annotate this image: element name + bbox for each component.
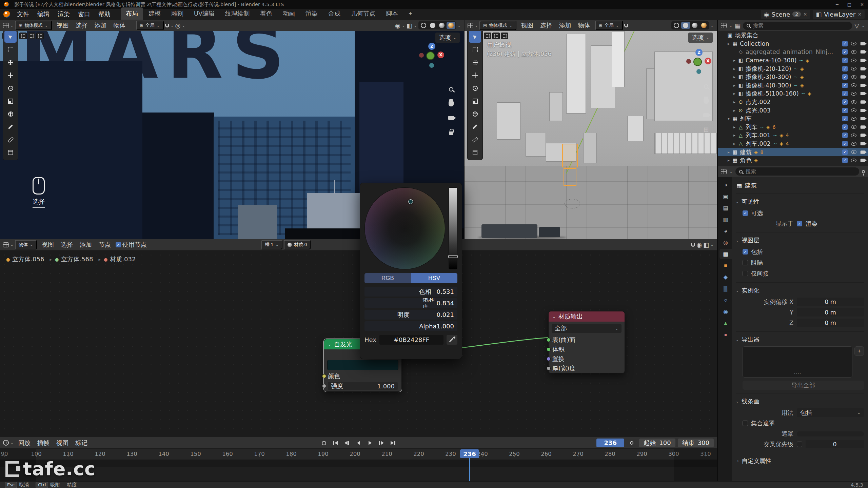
menu-item[interactable]: 帮助 (94, 8, 115, 20)
axis-x-handle[interactable]: X (705, 58, 711, 64)
select-mode-subtract[interactable] (484, 33, 491, 39)
shading-solid[interactable] (681, 22, 690, 29)
menu-item[interactable]: 编辑 (33, 8, 54, 20)
expander-icon[interactable]: ▾ (726, 116, 731, 121)
expander-icon[interactable]: ▸ (732, 75, 737, 79)
orientation-dropdown[interactable]: ⊕全局⌄ (136, 21, 164, 30)
play-button[interactable] (365, 439, 375, 447)
viewport-options-dropdown[interactable]: 选项⌄ (435, 33, 460, 43)
selectable-toggle[interactable]: ✓ (842, 124, 848, 130)
outliner-row[interactable]: ▸ ⊙ 点光.002 ✓ (718, 98, 868, 106)
material-output-node[interactable]: ⌄材质输出 全部⌄ 表(曲)面 体积 (548, 311, 625, 373)
transform-tool[interactable] (469, 108, 481, 120)
shader-menu-item[interactable]: 添加 (76, 240, 95, 250)
material-tab[interactable]: ● (719, 329, 732, 340)
zoom-icon[interactable] (702, 82, 711, 91)
shading-material[interactable] (437, 22, 446, 29)
selected-object-outline[interactable] (562, 144, 578, 167)
section-header[interactable]: ⌄线条画 (736, 396, 864, 407)
world-tab[interactable]: ◎ (719, 237, 732, 248)
breadcrumb-item[interactable]: ● 材质.032 ▸ (104, 255, 136, 263)
color-slider[interactable]: 色相 0.531 (364, 287, 457, 297)
selectable-toggle[interactable]: ✓ (842, 141, 848, 146)
selectable-toggle[interactable]: ✓ (842, 49, 848, 55)
select-region-tool[interactable] (4, 43, 17, 56)
render-tab[interactable]: ▣ (719, 191, 732, 202)
viewport-menu-item[interactable]: 视图 (53, 20, 72, 30)
outliner-row[interactable]: ▸ ▦ 角色 ◈ ✓ (718, 156, 868, 165)
outliner-row[interactable]: ▸ ▦ 建筑 ◈ 8 ✓ (718, 148, 868, 156)
measure-tool[interactable] (4, 134, 17, 146)
snap-magnet-icon[interactable] (165, 24, 169, 27)
scene-tab[interactable]: ◕ (719, 226, 732, 236)
playhead-frame-badge[interactable]: 236 (460, 449, 479, 458)
viewlayer-selector[interactable]: ◧ ViewLayer ✕ (813, 10, 865, 19)
expander-icon[interactable]: ▸ (726, 41, 731, 46)
outliner-row[interactable]: ▸ ◧ 摄像机-3(0-300) ∼ ◈ ✓ (718, 73, 868, 81)
workspace-tab[interactable]: 布局 (121, 7, 143, 20)
select-mode-invert[interactable] (492, 33, 500, 39)
move-tool[interactable] (469, 69, 481, 81)
hide-eye-toggle[interactable] (851, 108, 856, 112)
render-camera-toggle[interactable] (861, 84, 865, 87)
workspace-tab[interactable]: 建模 (143, 7, 166, 20)
instance-offset-x[interactable]: 0 m (797, 298, 864, 306)
instance-offset-y[interactable]: 0 m (797, 308, 864, 317)
outliner-row[interactable]: ▸ ◧ 摄像机-2(0-120) ∼ ◈ ✓ (718, 64, 868, 73)
material-output-header[interactable]: ⌄材质输出 (549, 311, 625, 322)
navigation-gizmo[interactable]: Z X (686, 49, 711, 74)
physics-tab[interactable]: ○ (719, 295, 732, 305)
eyedropper-button[interactable] (447, 335, 457, 345)
render-camera-toggle[interactable] (861, 75, 865, 79)
snap-magnet-icon[interactable] (624, 24, 628, 27)
editor-type-icon[interactable] (468, 23, 473, 28)
move-tool[interactable] (4, 69, 17, 81)
zoom-icon[interactable] (447, 85, 456, 94)
axis-x-neg-handle[interactable] (419, 53, 424, 58)
select-mode-invert[interactable] (28, 33, 35, 39)
rotate-tool[interactable] (4, 82, 17, 94)
axis-neg-handle[interactable] (429, 63, 434, 68)
color-slider[interactable]: Alpha 1.000 (364, 321, 457, 331)
scale-tool[interactable] (4, 95, 17, 107)
render-camera-toggle[interactable] (861, 50, 865, 54)
grid-toggle-icon[interactable]: ⊞ (702, 125, 711, 134)
expander-icon[interactable]: ▸ (732, 58, 737, 63)
editor-type-icon[interactable] (721, 23, 727, 28)
selectable-checkbox[interactable]: ✓ (743, 210, 748, 216)
section-header[interactable]: ⌄导出器 (736, 334, 864, 346)
shader-type-dropdown[interactable]: 物体⌄ (15, 240, 37, 249)
orientation-dropdown[interactable]: ⊕全局⌄ (595, 21, 623, 30)
selectable-toggle[interactable]: ✓ (842, 116, 848, 121)
viewport-b-scene[interactable]: 选项⌄ 用户透视 (236) 建筑 | 立方体.056 Z X ⊞ (465, 31, 717, 239)
expander-icon[interactable]: ▸ (732, 133, 737, 138)
pin-icon[interactable] (862, 170, 865, 173)
strength-field[interactable]: 强度1.000 (328, 382, 398, 390)
emission-color-swatch[interactable] (327, 360, 398, 370)
shader-menu-item[interactable]: 节点 (95, 240, 114, 250)
material-datablock[interactable]: 材质.0 (284, 240, 311, 249)
viewport-menu-item[interactable]: 物体 (110, 20, 129, 30)
strength-input-socket[interactable] (322, 384, 326, 388)
render-camera-toggle[interactable] (861, 159, 865, 162)
hide-eye-toggle[interactable] (851, 83, 856, 87)
selectable-toggle[interactable]: ✓ (842, 149, 848, 155)
value-slider[interactable] (449, 187, 457, 269)
timeline-menu-item[interactable]: 回放 (15, 438, 34, 448)
show-gizmo-icon[interactable]: ◉ (395, 22, 400, 29)
color-wheel[interactable] (364, 187, 445, 269)
scale-tool[interactable] (469, 95, 481, 107)
measure-tool[interactable] (469, 134, 481, 146)
selectable-toggle[interactable]: ✓ (842, 108, 848, 113)
input-socket[interactable] (547, 338, 551, 342)
include-checkbox[interactable]: ✓ (743, 249, 748, 255)
show-overlays-icon[interactable]: ◧ (407, 22, 412, 29)
mode-dropdown[interactable]: ⊞物体模式⌄ (479, 21, 516, 30)
selectable-toggle[interactable]: ✓ (842, 158, 848, 163)
annotate-tool[interactable] (4, 121, 17, 133)
render-camera-toggle[interactable] (861, 67, 865, 70)
viewport-menu-item[interactable]: 物体 (575, 20, 594, 30)
outliner-row[interactable]: ▸ ⊙ 点光.003 ✓ (718, 106, 868, 115)
select-box-tool[interactable] (4, 30, 17, 43)
render-camera-toggle[interactable] (861, 42, 865, 45)
